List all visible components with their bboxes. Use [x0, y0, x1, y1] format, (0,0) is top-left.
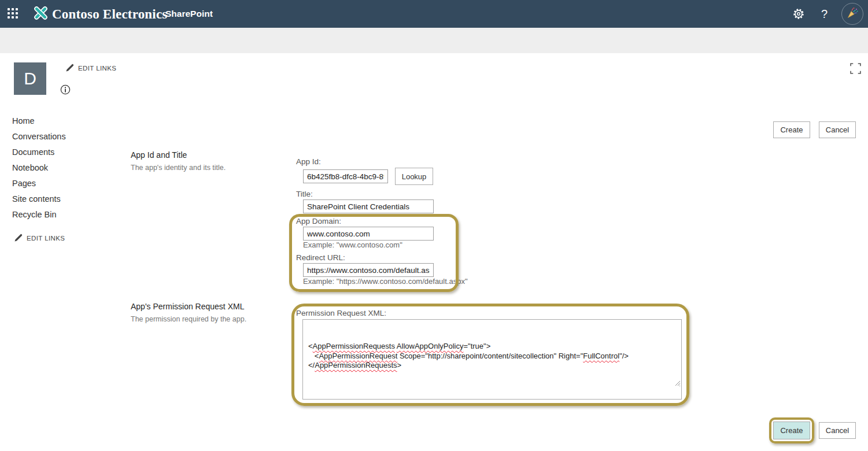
- user-avatar[interactable]: [841, 3, 863, 25]
- sidebar-item-conversations[interactable]: Conversations: [12, 132, 66, 147]
- edit-links-top[interactable]: EDIT LINKS: [66, 64, 116, 73]
- app-domain-label: App Domain:: [296, 217, 341, 226]
- section-desc-permission-xml: The permission required by the app.: [131, 315, 246, 323]
- sidebar-item-pages[interactable]: Pages: [12, 179, 66, 194]
- edit-links-label: EDIT LINKS: [27, 235, 65, 242]
- settings-gear-icon[interactable]: [793, 8, 804, 22]
- redirect-url-label: Redirect URL:: [296, 253, 345, 262]
- party-popper-icon: [845, 6, 859, 22]
- edit-links-bottom[interactable]: EDIT LINKS: [14, 234, 65, 243]
- section-title-app-id: App Id and Title: [131, 150, 187, 160]
- lookup-button[interactable]: Lookup: [395, 168, 433, 185]
- app-id-input[interactable]: [303, 169, 388, 183]
- sidebar-item-documents[interactable]: Documents: [12, 147, 66, 163]
- app-domain-input[interactable]: [303, 227, 434, 241]
- permission-xml-label: Permission Request XML:: [296, 309, 386, 317]
- title-input[interactable]: [303, 199, 434, 213]
- sidebar-item-notebook[interactable]: Notebook: [12, 163, 66, 179]
- site-logo[interactable]: D: [14, 62, 46, 95]
- app-id-label: App Id:: [296, 157, 321, 166]
- app-domain-example: Example: "www.contoso.com": [303, 241, 402, 249]
- section-title-permission-xml: App's Permission Request XML: [131, 302, 244, 311]
- brand-logo[interactable]: Contoso Electronics: [33, 5, 168, 23]
- redirect-url-example: Example: "https://www.contoso.com/defaul…: [303, 277, 468, 286]
- suite-bar: Contoso Electronics SharePoint ?: [0, 0, 868, 28]
- cancel-button-bottom[interactable]: Cancel: [819, 422, 856, 439]
- title-label: Title:: [296, 190, 313, 198]
- permission-xml-textarea[interactable]: <AppPermissionRequests AllowAppOnlyPolic…: [302, 319, 682, 400]
- brand-name: Contoso Electronics: [52, 7, 168, 22]
- app-launcher-icon[interactable]: [8, 8, 20, 21]
- sidebar-item-recycle-bin[interactable]: Recycle Bin: [12, 210, 66, 226]
- contoso-logo-icon: [33, 5, 49, 23]
- section-desc-app-id: The app's identity and its title.: [131, 164, 226, 172]
- resize-grip-icon[interactable]: [661, 370, 681, 399]
- create-button-top[interactable]: Create: [773, 121, 810, 138]
- create-button-bottom[interactable]: Create: [773, 422, 810, 439]
- focus-mode-icon[interactable]: [850, 63, 861, 74]
- page: Contoso Electronics SharePoint ?: [0, 0, 868, 451]
- help-icon[interactable]: ?: [821, 8, 828, 21]
- pencil-icon: [66, 64, 74, 73]
- command-bar: [0, 28, 868, 53]
- cancel-button-top[interactable]: Cancel: [819, 121, 856, 138]
- sharepoint-link[interactable]: SharePoint: [165, 9, 213, 19]
- edit-links-label: EDIT LINKS: [78, 65, 116, 72]
- redirect-url-input[interactable]: [303, 263, 434, 277]
- sidebar-nav: Home Conversations Documents Notebook Pa…: [12, 116, 66, 226]
- info-icon[interactable]: [60, 84, 71, 97]
- sidebar-item-site-contents[interactable]: Site contents: [12, 194, 66, 210]
- sidebar-item-home[interactable]: Home: [12, 116, 66, 132]
- pencil-icon: [14, 234, 23, 243]
